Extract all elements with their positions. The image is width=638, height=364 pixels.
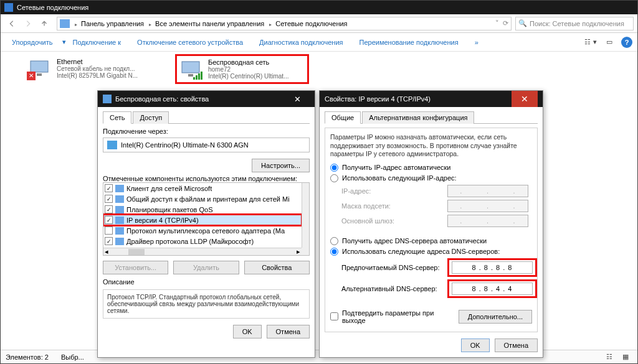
status-selected: Выбр... xyxy=(61,353,84,361)
chevron-icon[interactable] xyxy=(267,20,273,27)
configure-button[interactable]: Настроить... xyxy=(252,159,310,172)
gateway-input: ... xyxy=(447,215,528,227)
cancel-button[interactable]: Отмена xyxy=(495,338,538,352)
tab-general[interactable]: Общие xyxy=(325,111,361,124)
radio-ip-auto[interactable] xyxy=(330,164,338,172)
breadcrumb[interactable]: Панель управления Все элементы панели уп… xyxy=(57,17,512,30)
adapter-wifi[interactable]: Беспроводная сеть home72 Intel(R) Centri… xyxy=(175,54,309,84)
radio-dns-auto[interactable] xyxy=(330,237,338,245)
component-checkbox[interactable] xyxy=(105,195,113,203)
search-input[interactable]: 🔍 Поиск: Сетевые подключения xyxy=(515,17,634,30)
cancel-button[interactable]: Отмена xyxy=(267,325,310,338)
icons-view-icon[interactable]: ▦ xyxy=(619,352,632,363)
ok-button[interactable]: OK xyxy=(233,325,262,338)
validate-checkbox[interactable] xyxy=(330,312,338,320)
mask-label: Маска подсети: xyxy=(341,202,447,210)
tab-network[interactable]: Сеть xyxy=(103,111,131,124)
radio-ip-manual[interactable] xyxy=(330,174,338,182)
breadcrumb-seg3[interactable]: Сетевые подключения xyxy=(273,20,350,27)
ethernet-icon: ✕ xyxy=(28,58,53,79)
help-icon[interactable]: ? xyxy=(621,37,632,48)
adapter-ethernet[interactable]: ✕ Ethernet Сетевой кабель не подкл... In… xyxy=(26,55,166,82)
connect-via-label: Подключение через: xyxy=(103,128,310,135)
tabs: Сеть Доступ xyxy=(103,111,310,124)
component-label: Общий доступ к файлам и принтерам для се… xyxy=(126,195,290,203)
component-row[interactable]: Протокол мультиплексора сетевого адаптер… xyxy=(103,225,302,236)
refresh-icon[interactable]: ⟳ xyxy=(503,19,508,27)
info-text: Параметры IP можно назначать автоматичес… xyxy=(330,133,532,159)
component-checkbox[interactable] xyxy=(105,226,113,235)
component-row[interactable]: Общий доступ к файлам и принтерам для се… xyxy=(103,194,302,204)
dialog-title: Беспроводная сеть: свойства xyxy=(115,95,209,103)
dns2-label: Альтернативный DNS-сервер: xyxy=(341,285,447,292)
component-row[interactable]: IP версии 4 (TCP/IPv4) xyxy=(103,215,302,225)
adapter-properties-dialog: Беспроводная сеть: свойства ✕ Сеть Досту… xyxy=(97,90,315,358)
dialog-titlebar[interactable]: Беспроводная сеть: свойства ✕ xyxy=(98,91,315,107)
tab-access[interactable]: Доступ xyxy=(133,111,169,124)
wifi-icon xyxy=(179,58,204,80)
component-row[interactable]: Драйвер протокола LLDP (Майкрософт) xyxy=(103,236,302,246)
ip-label: IP-адрес: xyxy=(341,187,447,195)
advanced-button[interactable]: Дополнительно... xyxy=(459,310,532,324)
search-icon: 🔍 xyxy=(518,19,527,27)
address-bar: Панель управления Все элементы панели уп… xyxy=(1,14,637,33)
remove-button[interactable]: Удалить xyxy=(173,261,239,274)
component-checkbox[interactable] xyxy=(105,184,113,192)
dialog-icon xyxy=(103,95,112,103)
component-row[interactable]: Планировщик пакетов QoS xyxy=(103,204,302,215)
scrollbar-vertical[interactable] xyxy=(302,183,309,248)
up-button[interactable] xyxy=(37,16,52,31)
adapter-name-box: Intel(R) Centrino(R) Ultimate-N 6300 AGN xyxy=(103,138,310,152)
close-button[interactable]: ✕ xyxy=(512,91,538,107)
breadcrumb-seg2[interactable]: Все элементы панели управления xyxy=(153,20,267,27)
component-checkbox[interactable] xyxy=(105,237,113,245)
adapter-device: Intel(R) 82579LM Gigabit N... xyxy=(57,72,138,79)
dns2-input[interactable]: 8 . 8 . 4 . 4 xyxy=(452,282,533,295)
breadcrumb-seg1[interactable]: Панель управления xyxy=(79,20,146,27)
component-label: Клиент для сетей Microsoft xyxy=(126,185,212,192)
diagnose-button[interactable]: Диагностика подключения xyxy=(253,36,349,49)
dialog-title: Свойства: IP версии 4 (TCP/IPv4) xyxy=(325,95,431,103)
component-label: Протокол мультиплексора сетевого адаптер… xyxy=(126,227,285,235)
component-icon xyxy=(115,195,124,203)
disable-device-button[interactable]: Отключение сетевого устройства xyxy=(131,36,249,49)
install-button[interactable]: Установить... xyxy=(103,261,168,274)
scrollbar-horizontal[interactable]: ◂▸ xyxy=(103,248,302,255)
properties-button[interactable]: Свойства xyxy=(244,261,310,274)
component-icon xyxy=(115,217,124,224)
chevron-icon[interactable] xyxy=(146,20,153,27)
ok-button[interactable]: OK xyxy=(461,338,490,352)
dns1-label: Предпочитаемый DNS-сервер: xyxy=(341,264,447,271)
overflow-button[interactable]: » xyxy=(469,36,485,49)
rename-button[interactable]: Переименование подключения xyxy=(353,36,465,49)
window-icon xyxy=(4,3,13,12)
component-row[interactable]: Клиент для сетей Microsoft xyxy=(103,183,302,194)
tab-alternative[interactable]: Альтернативная конфигурация xyxy=(362,111,474,124)
view-options-icon[interactable]: ☷ ▾ xyxy=(584,37,598,48)
component-checkbox[interactable] xyxy=(105,205,113,213)
dropdown-icon[interactable]: ˅ xyxy=(495,19,499,27)
component-icon xyxy=(115,206,124,213)
command-bar: Упорядочить▾ Подключение к Отключение се… xyxy=(1,33,637,52)
dns1-input[interactable]: 8 . 8 . 8 . 8 xyxy=(452,261,533,274)
search-placeholder: Поиск: Сетевые подключения xyxy=(530,20,624,27)
forward-button[interactable] xyxy=(21,16,36,31)
components-list[interactable]: Клиент для сетей MicrosoftОбщий доступ к… xyxy=(103,182,310,256)
connect-to-button[interactable]: Подключение к xyxy=(66,36,127,49)
component-label: Планировщик пакетов QoS xyxy=(126,206,213,213)
chevron-icon[interactable] xyxy=(72,20,79,27)
titlebar[interactable]: Сетевые подключения xyxy=(1,1,637,14)
close-button[interactable]: ✕ xyxy=(285,95,310,104)
radio-dns-manual[interactable] xyxy=(330,248,338,256)
validate-label: Подтвердить параметры при выходе xyxy=(342,309,459,324)
dialog-titlebar[interactable]: Свойства: IP версии 4 (TCP/IPv4) ✕ xyxy=(320,91,543,107)
component-checkbox[interactable] xyxy=(105,216,113,224)
preview-pane-icon[interactable]: ▭ xyxy=(602,37,616,48)
details-view-icon[interactable]: ☷ xyxy=(602,352,616,363)
back-button[interactable] xyxy=(4,16,19,31)
adapter-name-text: Intel(R) Centrino(R) Ultimate-N 6300 AGN xyxy=(121,141,249,149)
organize-menu[interactable]: Упорядочить xyxy=(6,36,59,49)
radio-dns-manual-label: Использовать следующие адреса DNS-сервер… xyxy=(342,248,500,255)
ip-input: ... xyxy=(447,185,528,197)
description-text: Протокол TCP/IP. Стандартный протокол гл… xyxy=(103,289,310,319)
